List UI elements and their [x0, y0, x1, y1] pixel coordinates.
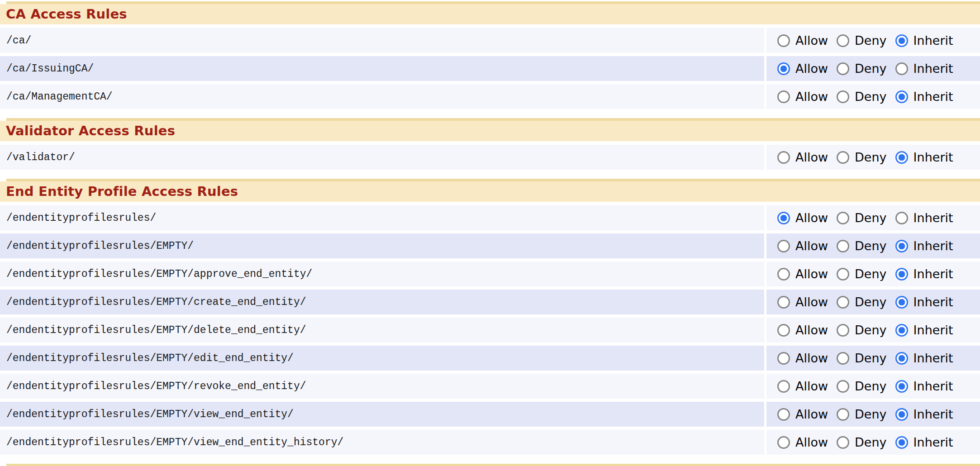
- radio-allow[interactable]: [777, 268, 790, 281]
- radio-deny[interactable]: [837, 436, 849, 449]
- radio-allow[interactable]: [777, 240, 790, 252]
- radio-allow[interactable]: [777, 408, 790, 421]
- radio-option-inherit[interactable]: Inherit: [895, 351, 953, 365]
- radio-inherit[interactable]: [895, 268, 908, 281]
- permission-options: AllowDenyInherit: [766, 402, 980, 427]
- radio-label: Inherit: [913, 211, 953, 225]
- radio-option-deny[interactable]: Deny: [837, 351, 887, 365]
- radio-inherit[interactable]: [895, 380, 908, 393]
- radio-option-inherit[interactable]: Inherit: [895, 239, 953, 253]
- radio-option-deny[interactable]: Deny: [837, 267, 887, 281]
- radio-label: Inherit: [913, 435, 953, 449]
- radio-deny[interactable]: [837, 352, 849, 365]
- radio-inherit[interactable]: [895, 240, 908, 252]
- radio-option-inherit[interactable]: Inherit: [895, 150, 953, 164]
- radio-label: Inherit: [913, 33, 953, 48]
- section-validator-access-rules: Validator Access Rules/validator/AllowDe…: [0, 118, 980, 170]
- radio-option-inherit[interactable]: Inherit: [895, 295, 953, 309]
- radio-option-deny[interactable]: Deny: [837, 323, 887, 337]
- radio-deny[interactable]: [837, 240, 849, 252]
- radio-option-deny[interactable]: Deny: [837, 211, 887, 225]
- radio-label: Inherit: [913, 90, 953, 104]
- radio-label: Allow: [795, 211, 828, 225]
- radio-option-deny[interactable]: Deny: [837, 150, 887, 164]
- radio-option-inherit[interactable]: Inherit: [895, 62, 953, 76]
- radio-deny[interactable]: [837, 212, 849, 224]
- radio-option-inherit[interactable]: Inherit: [895, 435, 953, 449]
- access-rule-row: /ca/AllowDenyInherit: [0, 28, 980, 53]
- radio-option-allow[interactable]: Allow: [777, 295, 828, 309]
- radio-label: Allow: [795, 62, 828, 76]
- radio-inherit[interactable]: [895, 34, 908, 47]
- radio-label: Allow: [795, 435, 828, 449]
- radio-inherit[interactable]: [895, 352, 908, 365]
- radio-option-allow[interactable]: Allow: [777, 33, 828, 48]
- resource-path: /endentityprofilesrules/: [0, 205, 764, 230]
- radio-option-allow[interactable]: Allow: [777, 407, 828, 421]
- radio-label: Allow: [795, 379, 828, 393]
- radio-inherit[interactable]: [895, 62, 908, 75]
- radio-allow[interactable]: [777, 34, 790, 47]
- radio-option-allow[interactable]: Allow: [777, 435, 828, 449]
- radio-option-allow[interactable]: Allow: [777, 211, 828, 225]
- radio-allow[interactable]: [777, 151, 790, 164]
- radio-option-inherit[interactable]: Inherit: [895, 33, 953, 48]
- radio-inherit[interactable]: [895, 151, 908, 164]
- radio-inherit[interactable]: [895, 324, 908, 337]
- radio-option-inherit[interactable]: Inherit: [895, 211, 953, 225]
- radio-option-allow[interactable]: Allow: [777, 323, 828, 337]
- radio-allow[interactable]: [777, 212, 790, 224]
- radio-inherit[interactable]: [895, 408, 908, 421]
- radio-allow[interactable]: [777, 352, 790, 365]
- radio-inherit[interactable]: [895, 212, 908, 224]
- radio-option-allow[interactable]: Allow: [777, 150, 828, 164]
- radio-option-deny[interactable]: Deny: [837, 295, 887, 309]
- radio-option-inherit[interactable]: Inherit: [895, 90, 953, 104]
- radio-label: Deny: [855, 435, 887, 449]
- radio-inherit[interactable]: [895, 296, 908, 309]
- radio-deny[interactable]: [837, 324, 849, 337]
- radio-allow[interactable]: [777, 324, 790, 337]
- radio-deny[interactable]: [837, 34, 849, 47]
- permission-options: AllowDenyInherit: [766, 374, 980, 399]
- radio-option-allow[interactable]: Allow: [777, 90, 828, 104]
- permission-options: AllowDenyInherit: [766, 233, 980, 258]
- radio-allow[interactable]: [777, 436, 790, 449]
- radio-deny[interactable]: [837, 296, 849, 309]
- radio-allow[interactable]: [777, 380, 790, 393]
- radio-allow[interactable]: [777, 90, 790, 103]
- radio-option-inherit[interactable]: Inherit: [895, 323, 953, 337]
- radio-inherit[interactable]: [895, 436, 908, 449]
- radio-option-allow[interactable]: Allow: [777, 239, 828, 253]
- radio-label: Inherit: [913, 295, 953, 309]
- radio-label: Inherit: [913, 407, 953, 421]
- resource-path: /endentityprofilesrules/EMPTY/revoke_end…: [0, 374, 764, 399]
- radio-option-inherit[interactable]: Inherit: [895, 407, 953, 421]
- radio-deny[interactable]: [837, 151, 849, 164]
- radio-label: Deny: [855, 407, 887, 421]
- radio-inherit[interactable]: [895, 90, 908, 103]
- radio-option-inherit[interactable]: Inherit: [895, 379, 953, 393]
- radio-allow[interactable]: [777, 296, 790, 309]
- radio-option-deny[interactable]: Deny: [837, 239, 887, 253]
- radio-allow[interactable]: [777, 62, 790, 75]
- radio-label: Inherit: [913, 239, 953, 253]
- radio-option-allow[interactable]: Allow: [777, 351, 828, 365]
- radio-option-inherit[interactable]: Inherit: [895, 267, 953, 281]
- radio-option-deny[interactable]: Deny: [837, 407, 887, 421]
- radio-option-deny[interactable]: Deny: [837, 62, 887, 76]
- radio-option-allow[interactable]: Allow: [777, 267, 828, 281]
- radio-label: Allow: [795, 267, 828, 281]
- radio-deny[interactable]: [837, 408, 849, 421]
- radio-option-deny[interactable]: Deny: [837, 379, 887, 393]
- radio-label: Allow: [795, 295, 828, 309]
- radio-option-allow[interactable]: Allow: [777, 379, 828, 393]
- radio-deny[interactable]: [837, 90, 849, 103]
- radio-option-deny[interactable]: Deny: [837, 90, 887, 104]
- radio-option-deny[interactable]: Deny: [837, 33, 887, 48]
- radio-deny[interactable]: [837, 62, 849, 75]
- radio-deny[interactable]: [837, 380, 849, 393]
- radio-option-allow[interactable]: Allow: [777, 62, 828, 76]
- radio-deny[interactable]: [837, 268, 849, 281]
- radio-option-deny[interactable]: Deny: [837, 435, 887, 449]
